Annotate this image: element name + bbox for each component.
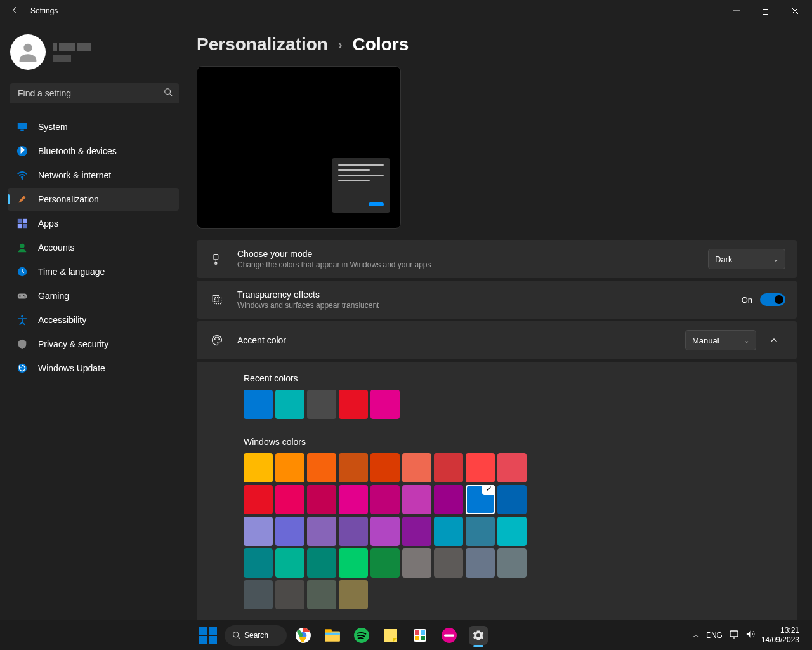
collapse-button[interactable]	[763, 330, 785, 350]
sidebar-item-system[interactable]: System	[8, 116, 179, 138]
window-title: Settings	[28, 6, 58, 15]
taskbar-settings[interactable]	[466, 623, 491, 648]
windows-color-swatch[interactable]	[244, 485, 273, 514]
windows-color-swatch[interactable]	[434, 453, 463, 482]
taskbar-app-2[interactable]	[436, 623, 462, 648]
windows-color-swatch[interactable]	[244, 548, 273, 578]
windows-color-swatch[interactable]	[466, 485, 495, 514]
windows-color-swatch[interactable]	[339, 485, 368, 514]
windows-color-swatch[interactable]	[275, 517, 304, 546]
windows-color-swatch[interactable]	[244, 517, 273, 546]
sidebar-item-network-internet[interactable]: Network & internet	[8, 164, 179, 187]
titlebar: Settings	[0, 0, 812, 22]
tray-volume-icon[interactable]	[745, 630, 755, 640]
windows-color-swatch[interactable]	[370, 548, 400, 578]
close-button[interactable]	[780, 1, 809, 21]
svg-rect-43	[415, 636, 419, 640]
svg-rect-46	[730, 631, 738, 637]
windows-color-swatch[interactable]	[434, 548, 463, 578]
windows-color-swatch[interactable]	[307, 517, 336, 546]
sidebar-item-privacy-security[interactable]: Privacy & security	[8, 333, 179, 355]
sidebar-item-accounts[interactable]: Accounts	[8, 236, 179, 259]
accent-color-card[interactable]: Accent color Manual ⌄	[197, 321, 797, 359]
windows-color-swatch[interactable]	[275, 580, 304, 609]
windows-color-swatch[interactable]	[370, 453, 400, 482]
sidebar-item-gaming[interactable]: Gaming	[8, 284, 179, 307]
taskbar-chrome[interactable]	[291, 623, 316, 648]
windows-color-swatch[interactable]	[434, 485, 463, 514]
windows-color-swatch[interactable]	[307, 548, 336, 578]
svg-rect-26	[215, 298, 221, 304]
breadcrumb-parent[interactable]: Personalization	[197, 34, 328, 55]
accent-mode-dropdown[interactable]: Manual ⌄	[685, 330, 756, 350]
windows-color-swatch[interactable]	[244, 453, 273, 482]
windows-color-swatch[interactable]	[497, 485, 527, 514]
windows-color-swatch[interactable]	[434, 517, 463, 546]
mode-dropdown[interactable]: Dark ⌄	[708, 249, 785, 269]
windows-color-swatch[interactable]	[244, 580, 273, 609]
sidebar-item-windows-update[interactable]: Windows Update	[8, 357, 179, 380]
search-input[interactable]	[16, 88, 164, 99]
sidebar-item-accessibility[interactable]: Accessibility	[8, 308, 179, 331]
sidebar-item-personalization[interactable]: Personalization	[8, 188, 179, 211]
recent-color-swatch[interactable]	[370, 390, 400, 419]
windows-color-swatch[interactable]	[497, 453, 527, 482]
transparency-toggle[interactable]	[760, 293, 785, 306]
tray-language[interactable]: ENG	[706, 631, 723, 640]
windows-color-swatch[interactable]	[275, 453, 304, 482]
tray-clock[interactable]: 13:21 14/09/2023	[761, 626, 799, 644]
gamepad-icon	[16, 290, 28, 302]
windows-color-swatch[interactable]	[497, 517, 527, 546]
sidebar-item-apps[interactable]: Apps	[8, 212, 179, 235]
windows-color-swatch[interactable]	[307, 485, 336, 514]
choose-mode-card[interactable]: Choose your mode Change the colors that …	[197, 240, 797, 278]
windows-color-swatch[interactable]	[275, 548, 304, 578]
windows-color-swatch[interactable]	[497, 548, 527, 578]
windows-color-swatch[interactable]	[307, 453, 336, 482]
windows-color-swatch[interactable]	[402, 453, 431, 482]
svg-rect-23	[214, 255, 218, 260]
search-box[interactable]	[10, 83, 179, 103]
windows-color-swatch[interactable]	[339, 453, 368, 482]
maximize-button[interactable]	[751, 1, 780, 21]
taskbar-search[interactable]: Search	[225, 625, 287, 646]
back-button[interactable]	[3, 6, 28, 17]
windows-color-swatch[interactable]	[466, 548, 495, 578]
transparency-card[interactable]: Transparency effects Windows and surface…	[197, 281, 797, 319]
windows-color-swatch[interactable]	[370, 485, 400, 514]
sidebar-item-time-language[interactable]: Time & language	[8, 260, 179, 283]
windows-color-swatch[interactable]	[466, 517, 495, 546]
recent-color-swatch[interactable]	[307, 390, 336, 419]
taskbar-explorer[interactable]	[320, 623, 345, 648]
svg-rect-25	[213, 295, 219, 302]
taskbar-app-1[interactable]	[407, 623, 433, 648]
svg-rect-42	[421, 630, 425, 635]
windows-color-swatch[interactable]	[402, 485, 431, 514]
system-tray[interactable]: ︿ ENG 13:21 14/09/2023	[686, 626, 812, 644]
start-button[interactable]	[195, 623, 221, 648]
sidebar-item-label: Accounts	[38, 242, 75, 253]
windows-color-swatch[interactable]	[370, 517, 400, 546]
taskbar-sticky-notes[interactable]	[378, 623, 403, 648]
windows-color-swatch[interactable]	[339, 517, 368, 546]
windows-color-swatch[interactable]	[339, 580, 368, 609]
minimize-button[interactable]	[722, 1, 751, 21]
windows-color-swatch[interactable]	[339, 548, 368, 578]
svg-point-24	[215, 262, 217, 264]
sidebar-item-bluetooth-devices[interactable]: Bluetooth & devices	[8, 140, 179, 162]
svg-point-16	[20, 244, 24, 248]
svg-rect-18	[18, 293, 27, 298]
windows-colors-grid	[244, 453, 530, 609]
windows-color-swatch[interactable]	[402, 517, 431, 546]
windows-color-swatch[interactable]	[307, 580, 336, 609]
recent-color-swatch[interactable]	[275, 390, 304, 419]
windows-color-swatch[interactable]	[275, 485, 304, 514]
windows-color-swatch[interactable]	[402, 548, 431, 578]
recent-color-swatch[interactable]	[339, 390, 368, 419]
recent-color-swatch[interactable]	[244, 390, 273, 419]
windows-color-swatch[interactable]	[466, 453, 495, 482]
tray-network-icon[interactable]	[729, 630, 739, 640]
user-block[interactable]	[4, 29, 183, 75]
taskbar-spotify[interactable]	[349, 623, 374, 648]
tray-chevron-up-icon[interactable]: ︿	[693, 630, 700, 640]
